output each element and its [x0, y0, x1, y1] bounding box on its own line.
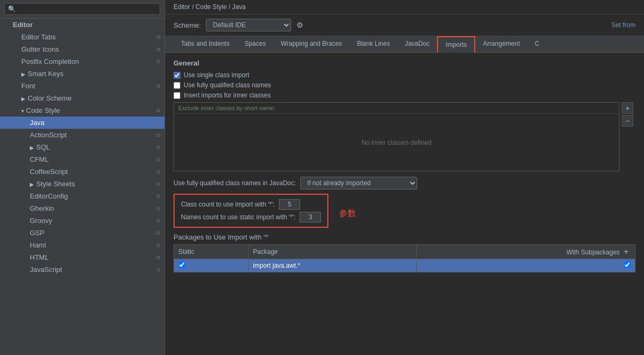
- exclude-empty-message: No inner classes defined: [174, 114, 619, 171]
- import-counts-box: Class count to use import with '*': Name…: [174, 194, 328, 228]
- copy-icon-font: ⧉: [156, 83, 160, 89]
- tab-blank-lines[interactable]: Blank Lines: [350, 36, 398, 52]
- copy-icon-html: ⧉: [156, 254, 160, 261]
- copy-icon-sql: ⧉: [156, 144, 160, 151]
- add-exclude-button[interactable]: +: [622, 102, 633, 114]
- sidebar-item-code-style[interactable]: ▾Code Style ⧉: [0, 104, 164, 117]
- insert-imports-inner-label: Insert imports for inner classes: [184, 92, 270, 99]
- col-static: Static: [174, 245, 249, 259]
- sidebar-item-cfml[interactable]: CFML ⧉: [0, 153, 164, 166]
- sidebar-item-haml[interactable]: Haml ⧉: [0, 239, 164, 251]
- sidebar-item-editor-tabs[interactable]: Editor Tabs ⧉: [0, 31, 164, 43]
- tab-javadoc[interactable]: JavaDoc: [398, 36, 437, 52]
- settings-content: General Use single class import Use full…: [165, 53, 644, 355]
- tab-spaces[interactable]: Spaces: [237, 36, 273, 52]
- copy-icon-code-style: ⧉: [156, 108, 160, 114]
- set-from-link[interactable]: Set from: [612, 21, 635, 29]
- qualified-javadoc-select[interactable]: If not already imported Always Never: [300, 177, 417, 189]
- copy-icon-actionscript: ⧉: [156, 132, 160, 138]
- use-single-class-import-checkbox[interactable]: [174, 72, 180, 79]
- exclude-container: Exclude inner classes by short name: No …: [174, 102, 620, 171]
- sidebar-item-gutter-icons[interactable]: Gutter Icons ⧉: [0, 43, 164, 55]
- copy-icon-postfix: ⧉: [156, 59, 160, 65]
- sidebar-item-actionscript[interactable]: ActionScript ⧉: [0, 129, 164, 141]
- tab-tabs-indents[interactable]: Tabs and Indents: [174, 36, 237, 52]
- breadcrumb: Editor / Code Style / Java: [165, 0, 644, 14]
- settings-sidebar: Editor Editor Tabs ⧉ Gutter Icons ⧉ Post…: [0, 0, 165, 355]
- sidebar-item-style-sheets[interactable]: ▶Style Sheets ⧉: [0, 178, 164, 190]
- class-count-row: Class count to use import with '*':: [181, 199, 321, 210]
- copy-icon-groovy: ⧉: [156, 218, 160, 224]
- general-section-title: General: [174, 59, 635, 67]
- sidebar-item-gherkin[interactable]: Gherkin ⧉: [0, 202, 164, 214]
- copy-icon-style-sheets: ⧉: [156, 181, 160, 187]
- import-counts-wrapper: Class count to use import with '*': Name…: [174, 194, 635, 233]
- table-row[interactable]: import java.awt.*: [174, 259, 635, 273]
- packages-table-container: Static Package With Subpackages + import: [174, 244, 635, 273]
- cell-static: [174, 259, 249, 273]
- tab-wrapping-braces[interactable]: Wrapping and Braces: [273, 36, 349, 52]
- main-content: Editor / Code Style / Java Scheme: Defau…: [165, 0, 644, 355]
- scheme-bar: Scheme: Default IDE ⚙ Set from: [165, 14, 644, 36]
- insert-imports-inner-checkbox[interactable]: [174, 92, 180, 99]
- class-count-label: Class count to use import with '*':: [181, 201, 275, 208]
- copy-icon-cfml: ⧉: [156, 156, 160, 163]
- sidebar-item-editor[interactable]: Editor: [0, 19, 164, 31]
- names-count-row: Names count to use static import with '*…: [181, 212, 321, 222]
- expand-icon-smart-keys: ▶: [21, 71, 26, 77]
- qualified-javadoc-row: Use fully qualified class names in JavaD…: [174, 177, 635, 189]
- expand-icon-color-scheme: ▶: [21, 96, 26, 102]
- sidebar-item-color-scheme[interactable]: ▶Color Scheme: [0, 92, 164, 104]
- sidebar-item-smart-keys[interactable]: ▶Smart Keys: [0, 68, 164, 80]
- use-single-class-import-row: Use single class import: [174, 71, 635, 79]
- sidebar-item-sql[interactable]: ▶SQL ⧉: [0, 141, 164, 153]
- sidebar-item-postfix[interactable]: Postfix Completion ⧉: [0, 55, 164, 68]
- sidebar-item-coffeescript[interactable]: CoffeeScript ⧉: [0, 166, 164, 178]
- col-with-subpackages: With Subpackages +: [416, 245, 635, 259]
- packages-section-title: Packages to Use Import with '*': [174, 233, 635, 241]
- sidebar-item-gsp[interactable]: GSP ⧉: [0, 227, 164, 239]
- chinese-annotation-label: 参数: [339, 208, 356, 219]
- scheme-label: Scheme:: [174, 21, 201, 29]
- exclude-box-header: Exclude inner classes by short name:: [174, 103, 619, 114]
- packages-table: Static Package With Subpackages + import: [174, 244, 635, 273]
- names-count-label: Names count to use static import with '*…: [181, 213, 295, 221]
- sidebar-item-javascript[interactable]: JavaScript ⧉: [0, 263, 164, 276]
- use-qualified-class-names-checkbox[interactable]: [174, 82, 180, 89]
- copy-icon-javascript: ⧉: [156, 267, 160, 273]
- sidebar-item-font[interactable]: Font ⧉: [0, 80, 164, 92]
- sidebar-item-groovy[interactable]: Groovy ⧉: [0, 214, 164, 227]
- tabs-bar: Tabs and Indents Spaces Wrapping and Bra…: [165, 36, 644, 53]
- add-package-button[interactable]: +: [622, 247, 631, 257]
- copy-icon-java: ⧉: [156, 120, 160, 126]
- scheme-select[interactable]: Default IDE: [206, 19, 291, 31]
- tab-imports[interactable]: Imports: [437, 36, 475, 53]
- use-single-class-import-label: Use single class import: [184, 71, 249, 79]
- tab-arrangement[interactable]: Arrangement: [475, 36, 527, 52]
- package-static-checkbox[interactable]: [178, 261, 185, 268]
- remove-exclude-button[interactable]: −: [622, 115, 633, 127]
- sidebar-item-html[interactable]: HTML ⧉: [0, 251, 164, 263]
- cell-with-subpackages: [416, 259, 635, 273]
- expand-icon-sql: ▶: [30, 145, 34, 151]
- use-qualified-class-names-label: Use fully qualified class names: [184, 81, 271, 89]
- sidebar-item-java[interactable]: Java ⧉: [0, 117, 164, 129]
- copy-icon-haml: ⧉: [156, 242, 160, 249]
- copy-icon-gsp: ⧉: [156, 230, 160, 236]
- use-qualified-class-names-row: Use fully qualified class names: [174, 81, 635, 89]
- gear-button[interactable]: ⚙: [296, 21, 303, 29]
- qualified-javadoc-label: Use fully qualified class names in JavaD…: [174, 179, 296, 187]
- sidebar-item-editorconfig[interactable]: EditorConfig ⧉: [0, 190, 164, 202]
- tab-other[interactable]: C: [527, 36, 547, 52]
- package-subpackages-checkbox[interactable]: [624, 261, 631, 268]
- expand-icon-style-sheets: ▶: [30, 181, 34, 187]
- copy-icon-editor-tabs: ⧉: [156, 34, 160, 40]
- names-count-input[interactable]: [300, 212, 321, 222]
- exclude-box-buttons: + −: [622, 102, 633, 127]
- sidebar-search-input[interactable]: [4, 3, 160, 15]
- packages-table-header-row: Static Package With Subpackages +: [174, 245, 635, 259]
- copy-icon-gherkin: ⧉: [156, 205, 160, 212]
- class-count-input[interactable]: [279, 199, 300, 210]
- copy-icon-coffeescript: ⧉: [156, 169, 160, 175]
- insert-imports-inner-row: Insert imports for inner classes: [174, 92, 635, 99]
